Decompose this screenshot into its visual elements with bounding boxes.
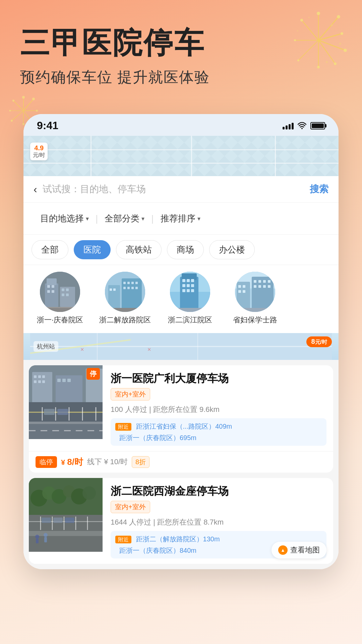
svg-rect-68: [105, 308, 145, 312]
temp-parking-badge: 临停: [36, 456, 57, 468]
svg-rect-153: [36, 539, 39, 543]
hospital-name-4: 省妇保学士路: [233, 315, 277, 325]
category-tabs: 全部 医院 高铁站 商场 办公楼: [23, 235, 339, 265]
svg-rect-52: [66, 293, 69, 296]
nearby-item-1-2: 距浙一（庆春院区）695m: [115, 433, 322, 442]
sub-title: 预约确保车位 提升就医体验: [20, 67, 342, 87]
chevron-down-icon: ▾: [141, 215, 144, 222]
svg-rect-129: [57, 409, 68, 415]
svg-rect-74: [187, 279, 190, 282]
outdoor-badge-1: 停: [86, 368, 100, 380]
svg-point-152: [35, 535, 39, 539]
svg-rect-78: [191, 284, 194, 287]
svg-rect-119: [62, 379, 66, 382]
svg-rect-75: [191, 279, 194, 282]
hospital-circle-3: [170, 272, 210, 312]
parking-tags-2: 室内+室外: [111, 501, 326, 513]
svg-rect-49: [62, 288, 64, 291]
svg-rect-64: [123, 287, 126, 289]
svg-rect-87: [238, 285, 241, 288]
tab-office[interactable]: 办公楼: [209, 240, 255, 259]
parking-stats-1: 100 人停过 | 距您所在位置 9.6km: [111, 404, 326, 415]
svg-point-36: [11, 120, 13, 122]
tab-highspeed[interactable]: 高铁站: [116, 240, 162, 259]
svg-rect-115: [34, 380, 37, 383]
nearby-section-1: 附近 距浙江省妇保（...路院区）409m 距浙一（庆春院区）695m: [111, 418, 326, 446]
svg-rect-128: [44, 409, 55, 415]
parking-image-1: 停: [29, 365, 103, 439]
chevron-down-icon: ▾: [86, 215, 89, 222]
price-display-1: ¥ 8/时: [61, 456, 83, 468]
sort-filter[interactable]: 推荐排序 ▾: [154, 209, 207, 228]
svg-rect-51: [62, 293, 64, 296]
tab-mall[interactable]: 商场: [167, 240, 204, 259]
svg-rect-62: [131, 282, 134, 284]
svg-point-35: [22, 123, 24, 125]
search-input[interactable]: 试试搜：目的地、停车场: [43, 183, 304, 196]
parking-card-1[interactable]: 停 浙一医院广利大厦停车场 室内+室外 100 人停过 | 距您所在位置 9.6…: [29, 365, 333, 473]
svg-line-24: [23, 99, 34, 111]
parking-card-2[interactable]: 浙二医院西湖金座停车场 室内+室外 1644 人停过 | 距您所在位置 8.7k…: [29, 478, 333, 564]
svg-rect-131: [29, 424, 103, 439]
hospital-item-4[interactable]: 省妇保学士路: [227, 272, 284, 325]
svg-text:×: ×: [147, 346, 151, 353]
svg-point-140: [82, 486, 96, 500]
svg-rect-67: [135, 287, 138, 289]
svg-rect-58: [110, 288, 112, 291]
tab-all[interactable]: 全部: [32, 240, 68, 259]
svg-rect-98: [268, 285, 270, 288]
battery-icon: [310, 122, 325, 129]
hospital-item-1[interactable]: 浙一·庆春院区: [32, 272, 88, 325]
hospital-circle-1: [40, 272, 80, 312]
offline-price-1: 线下 ¥ 10/时: [87, 457, 128, 467]
svg-rect-79: [182, 289, 185, 292]
tab-hospital[interactable]: 医院: [74, 240, 111, 259]
svg-rect-43: [47, 278, 57, 285]
hospital-item-3[interactable]: 浙二滨江院区: [162, 272, 219, 325]
view-map-button[interactable]: ▲ 查看地图: [272, 542, 326, 558]
svg-rect-118: [57, 379, 61, 382]
svg-text:×: ×: [80, 346, 84, 353]
svg-rect-96: [258, 285, 261, 288]
svg-rect-66: [131, 287, 134, 289]
svg-rect-89: [238, 290, 241, 293]
svg-rect-45: [47, 285, 50, 288]
svg-line-30: [13, 101, 23, 111]
svg-rect-94: [268, 280, 270, 283]
destination-filter[interactable]: 目的地选择 ▾: [34, 209, 96, 228]
hospital-circle-4: [235, 272, 275, 312]
search-bar: ‹ 试试搜：目的地、停车场 搜索: [23, 176, 339, 203]
back-button[interactable]: ‹: [34, 183, 37, 196]
chevron-down-icon: ▾: [197, 215, 200, 222]
svg-rect-130: [29, 422, 103, 424]
svg-rect-47: [47, 290, 50, 293]
map-marker: 8元/时: [306, 336, 332, 347]
map-bottom-strip: × × 杭州站 8元/时: [23, 333, 339, 360]
svg-rect-150: [65, 518, 74, 523]
svg-rect-81: [191, 289, 194, 292]
svg-rect-77: [187, 284, 190, 287]
svg-rect-99: [235, 308, 275, 312]
status-bar: 9:41: [23, 114, 339, 136]
wifi-icon: [298, 122, 306, 129]
pricing-row-1: 临停 ¥ 8/时 线下 ¥ 10/时 8折: [29, 451, 333, 473]
search-button[interactable]: 搜索: [310, 183, 328, 196]
svg-rect-73: [182, 279, 185, 282]
hospital-item-2[interactable]: 浙二解放路院区: [97, 272, 154, 325]
svg-line-28: [12, 111, 23, 121]
indoor-tag-2: 室内+室外: [111, 501, 150, 513]
discount-badge-1: 8折: [132, 456, 149, 468]
svg-rect-80: [187, 289, 190, 292]
svg-rect-82: [170, 308, 210, 312]
svg-point-33: [36, 110, 38, 112]
svg-rect-112: [34, 375, 37, 378]
svg-rect-113: [38, 375, 41, 378]
nearby-item-1-1: 附近 距浙江省妇保（...路院区）409m: [115, 422, 322, 431]
category-filter[interactable]: 全部分类 ▾: [98, 209, 151, 228]
parking-tags-1: 室内+室外: [111, 388, 326, 400]
svg-rect-60: [123, 282, 126, 284]
svg-rect-76: [182, 284, 185, 287]
svg-rect-90: [243, 290, 245, 293]
parking-stats-2: 1644 人停过 | 距您所在位置 8.7km: [111, 517, 326, 528]
hospital-circle-2: [105, 272, 145, 312]
